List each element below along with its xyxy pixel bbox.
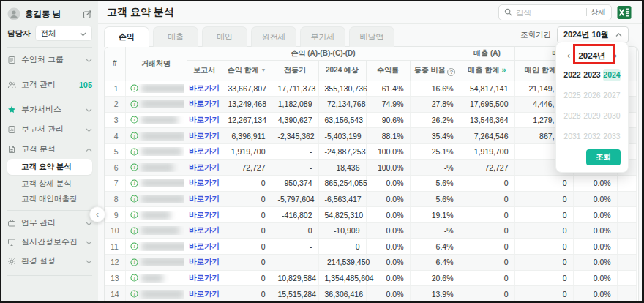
report-cell: 바로가기 [187,239,222,255]
info-icon[interactable]: i [130,100,138,108]
client-name-cell: i [125,270,187,286]
sidebar-item-settings[interactable]: 환경 설정 [7,252,92,269]
sort-icon[interactable]: ▼ [261,67,266,72]
table-row: 10i바로가기00-10,9090.0%-%000.0% [105,222,636,239]
sidebar-item-customer-mgmt[interactable]: 고객 관리 105 [7,76,92,93]
sidebar-item-customer-summary-analysis[interactable]: 고객 요약 분석 [7,159,92,175]
forecast-cell: 63,156,543 [318,112,366,128]
prev-period-cell: 1,182,089 [272,97,318,113]
margin-cell: 90.6% [366,112,410,128]
gear-icon [7,257,16,266]
profit-total-cell: 0 [222,255,272,271]
period-datepicker-popup: ‹ 2024년 › 202220232024202520262027202820… [555,42,629,173]
report-shortcut-link[interactable]: 바로가기 [189,99,220,108]
col-header-profit-total[interactable]: 손익 합계▼ [222,60,272,81]
edit-profile-icon[interactable] [83,10,92,19]
divider [7,275,92,276]
report-shortcut-link[interactable]: 바로가기 [189,115,220,124]
purchase-total-cell: 0 [514,207,573,223]
separator [586,8,587,16]
svg-text:i: i [133,274,135,281]
search-input[interactable] [516,8,573,17]
row-index: 12 [105,255,125,271]
sidebar-item-customer-ledger[interactable]: 고객 매입매출장 [7,191,92,206]
info-icon[interactable]: i [130,274,138,282]
report-shortcut-link[interactable]: 바로가기 [189,210,220,219]
search-detail-button[interactable]: 상세 [591,7,606,18]
year-option-2024[interactable]: 2024 [603,69,621,81]
info-icon[interactable]: i [130,116,138,124]
col-header-report: 보고서 [187,60,222,81]
manager-select[interactable]: 전체 [35,26,93,41]
tab-배달앱[interactable]: 배달앱 [349,26,394,47]
tab-매입[interactable]: 매입 [202,26,247,47]
period-select[interactable]: 2024년 10월 [557,26,629,43]
forecast-cell: 1,354,485,604 [318,270,366,286]
info-icon[interactable]: i [130,132,138,140]
sidebar-item-report-mgmt[interactable]: 보고서 관리 [7,121,92,138]
report-shortcut-link[interactable]: 바로가기 [189,257,220,266]
sidebar-item-realtime[interactable]: 실시간정보수집 [7,233,92,250]
forecast-cell: 36,306,416 [318,286,366,301]
chevron-down-icon [86,125,92,134]
report-shortcut-link[interactable]: 바로가기 [189,131,220,140]
info-icon[interactable]: i [130,227,138,235]
info-icon[interactable]: i [130,163,138,171]
tab-매출[interactable]: 매출 [153,26,198,47]
info-icon[interactable]: i [130,258,138,266]
info-icon[interactable]: i [130,148,138,156]
report-cell: 바로가기 [187,160,222,176]
year-option-2022[interactable]: 2022 [564,69,581,81]
col-header-prev-period: 전동기 [272,60,318,81]
sidebar-item-work-mgmt[interactable]: 업무 관리 [7,214,92,231]
prev-period-cell: - [272,239,318,255]
year-option-2033: 2033 [603,130,621,143]
sidebar-item-customer-analysis[interactable]: 고객 분석 [7,141,92,157]
tab-원천세[interactable]: 원천세 [251,26,296,47]
col-header-forecast: 2024 예상 [318,60,366,81]
report-shortcut-link[interactable]: 바로가기 [189,273,220,282]
report-shortcut-link[interactable]: 바로가기 [189,242,220,250]
prev-year-range-button[interactable]: ‹ [564,50,574,61]
col-label: 매입 합계 [525,66,556,74]
client-name-redacted [141,211,171,220]
info-icon[interactable]: i [130,195,138,203]
report-shortcut-link[interactable]: 바로가기 [189,83,220,92]
info-icon[interactable]: i [130,290,138,298]
report-icon [7,125,16,134]
divider [7,47,92,48]
period-label: 조회기간 [520,30,551,40]
report-shortcut-link[interactable]: 바로가기 [189,194,220,203]
info-icon[interactable]: i [130,242,138,250]
tab-부가세[interactable]: 부가세 [300,26,345,47]
sidebar-item-addons[interactable]: 부가서비스 [7,101,92,118]
expand-columns-icon[interactable]: » [501,65,506,74]
excel-export-icon[interactable] [617,5,632,20]
forecast-cell: 865,254,055 [318,176,366,192]
tab-손익[interactable]: 손익 [104,26,149,47]
report-shortcut-link[interactable]: 바로가기 [189,225,220,234]
datepicker-year-title[interactable]: 2024년 [578,50,605,61]
datepicker-footer: 조회 [564,149,621,165]
report-shortcut-link[interactable]: 바로가기 [189,162,220,171]
sales-total-cell: 0 [460,191,514,207]
row-index: 4 [105,128,125,144]
sidebar-collapse-button[interactable]: ‹ [89,206,105,222]
row-index: 14 [105,286,125,301]
info-icon[interactable]: i [130,179,138,187]
margin-cell: 0.0% [366,239,410,255]
col-header-sales-total[interactable]: 매출 합계» [460,60,514,81]
report-shortcut-link[interactable]: 바로가기 [189,146,220,155]
report-shortcut-link[interactable]: 바로가기 [189,289,220,298]
sidebar-item-customer-detail-analysis[interactable]: 고객 상세 분석 [7,176,92,191]
star-icon [7,105,16,114]
report-shortcut-link[interactable]: 바로가기 [189,178,220,187]
year-option-2023[interactable]: 2023 [583,69,601,81]
sidebar-item-label: 고객 분석 [21,143,56,154]
help-icon[interactable]: ? [447,68,455,76]
info-icon[interactable]: i [130,84,138,92]
info-icon[interactable]: i [130,211,138,219]
sidebar-item-clients-group[interactable]: 수임처 그룹 [7,51,92,68]
next-year-range-button[interactable]: › [610,50,621,61]
search-confirm-button[interactable]: 조회 [586,149,621,165]
